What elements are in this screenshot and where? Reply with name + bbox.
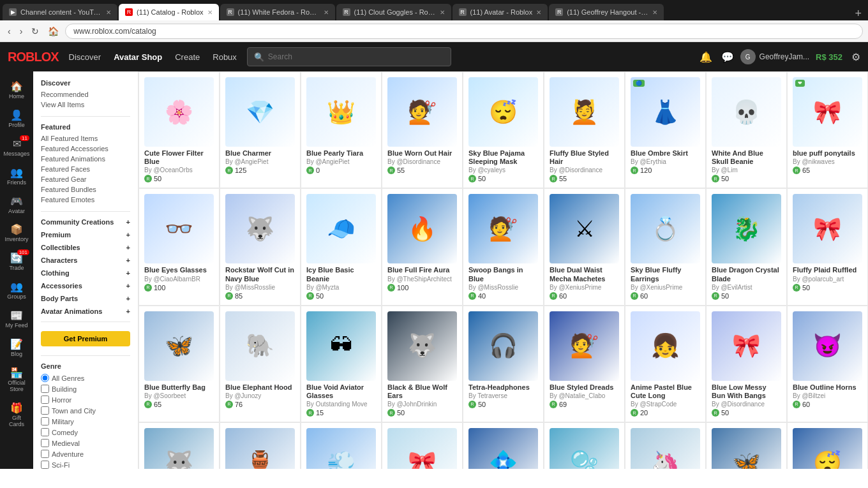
url-bar[interactable]: www.roblox.com/catalog — [65, 24, 863, 39]
catalog-item[interactable]: 💇 Swoop Bangs in Blue By @MissRosslie R … — [463, 188, 544, 305]
catalog-item[interactable]: 🌸 Cute Flower Filter Blue By @OceanOrbs … — [138, 71, 220, 188]
nav-avatar-shop[interactable]: Avatar Shop — [114, 52, 162, 62]
sidebar-item-home[interactable]: 🏠 Home — [3, 77, 31, 104]
catalog-item[interactable]: 🏺 Blue and gold Pharaoh By @MakeTall R 7… — [220, 422, 301, 469]
catalog-item[interactable]: 💇 Blue Worn Out Hair By @Disordinance R … — [382, 71, 463, 188]
browser-tab-1[interactable]: ▶ Channel content - YouTube ✕ — [3, 4, 117, 20]
filter-featured-emotes[interactable]: Featured Emotes — [41, 195, 130, 205]
catalog-item[interactable]: 😈 Blue Outline Horns By @Biltzei R 60 — [787, 306, 868, 422]
catalog-item[interactable]: 🕶 Blue Void Aviator Glasses By Outstandi… — [301, 306, 382, 422]
catalog-item[interactable]: 💀 White And Blue Skull Beanie By @Lim R … — [706, 71, 787, 188]
sidebar-item-inventory[interactable]: 📦 Inventory — [3, 219, 31, 247]
catalog-item[interactable]: 🎧 Tetra-Headphones By Tetraverse R 50 — [463, 306, 544, 422]
catalog-item[interactable]: 🧢 Icy Blue Basic Beanie By @Myzta R 50 — [301, 188, 382, 305]
sidebar-item-avatar[interactable]: 🎮 Avatar — [3, 191, 31, 219]
catalog-item[interactable]: 👧 Anime Pastel Blue Cute Long By @StrapC… — [625, 306, 706, 422]
settings-icon[interactable]: ⚙ — [851, 51, 860, 63]
sidebar-item-myfeed[interactable]: 📰 My Feed — [3, 306, 31, 333]
browser-tab-3[interactable]: R (11) White Fedora - Robl... ✕ — [220, 4, 335, 20]
catalog-item[interactable]: 🐺 Black & Blue Wolf Ears By @JohnDrinkin… — [382, 306, 463, 422]
catalog-item[interactable]: 🐉 Blue Dragon Crystal Blade By @EvilArti… — [706, 188, 787, 305]
back-button[interactable]: ‹ — [5, 25, 13, 38]
filter-characters[interactable]: Characters + — [33, 254, 138, 267]
catalog-item[interactable]: 🎀 Lovely Cute Blue Bow By @Martin_Rbx2 R… — [382, 422, 463, 469]
sidebar-item-blog[interactable]: 📝 Blog — [3, 334, 31, 362]
genre-military[interactable]: Military — [33, 416, 138, 427]
catalog-item[interactable]: 🫧 Blue Slime Head By @TamBrush R 75 — [544, 422, 625, 469]
catalog-item[interactable]: ⚔ Blue Dual Waist Mecha Machetes By @Xen… — [544, 188, 625, 305]
filter-all-featured[interactable]: All Featured Items — [41, 133, 130, 144]
filter-view-all[interactable]: View All Items — [41, 100, 130, 110]
catalog-item[interactable]: 💎 Blue Charmer By @AngiePiet R 125 — [220, 71, 301, 188]
sidebar-item-official-store[interactable]: 🏪 Official Store — [3, 363, 31, 397]
genre-town[interactable]: Town and City — [33, 405, 138, 416]
catalog-item[interactable]: 🦋 Blue Butterfly Bag By @Soorbeet R 65 — [138, 306, 220, 422]
sidebar-item-messages[interactable]: 11 ✉ Messages — [3, 134, 31, 161]
tab-close[interactable]: ✕ — [536, 9, 541, 16]
chat-icon[interactable]: 💬 — [721, 51, 734, 63]
nav-discover[interactable]: Discover — [69, 52, 101, 62]
catalog-item[interactable]: 🐘 Blue Elephant Hood By @Junozy R 76 — [220, 306, 301, 422]
sidebar-item-gift-cards[interactable]: 🎁 Gift Cards — [3, 398, 31, 432]
user-info[interactable]: G GeoffreyJam... — [740, 49, 809, 64]
filter-featured-gear[interactable]: Featured Gear — [41, 174, 130, 184]
sidebar-item-trade[interactable]: 101 🔄 Trade — [3, 248, 31, 276]
catalog-item[interactable]: 🐺 Rockstar Wolf Cut in Navy Blue By @Mis… — [220, 188, 301, 305]
genre-medieval[interactable]: Medieval — [33, 438, 138, 448]
filter-clothing[interactable]: Clothing + — [33, 267, 138, 279]
catalog-item[interactable]: 😴 Sky Blue Pajama Sleeping Mask By @cyal… — [463, 71, 544, 188]
catalog-item[interactable]: 💨 Blue Whoosh Hair By @polarcub_art R 12… — [301, 422, 382, 469]
tab-close[interactable]: ✕ — [106, 9, 111, 16]
filter-premium[interactable]: Premium + — [33, 228, 138, 241]
catalog-item[interactable]: 🐺 Rockstar Wolf Cut in Sky Blue By @Miss… — [138, 422, 220, 469]
catalog-item[interactable]: 💠 Blue Void Neck Collar - Cartoony By Ou… — [463, 422, 544, 469]
search-bar[interactable]: 🔍 — [247, 47, 451, 66]
catalog-item[interactable]: 🔵 👗 Blue Ombre Skirt By @Erythia R 120 — [625, 71, 706, 188]
filter-featured-bundles[interactable]: Featured Bundles — [41, 184, 130, 195]
tab-close[interactable]: ✕ — [207, 9, 213, 16]
filter-body-parts[interactable]: Body Parts + — [33, 292, 138, 305]
catalog-item[interactable]: 👑 Blue Pearly Tiara By @AngiePiet R 0 — [301, 71, 382, 188]
sidebar-item-friends[interactable]: 👥 Friends — [3, 163, 31, 190]
forward-button[interactable]: › — [17, 25, 26, 38]
genre-scifi[interactable]: Sci-Fi — [33, 459, 138, 469]
catalog-item[interactable]: 🦋 Blue Butterfly Ski Mask By @Natalie_Cl… — [706, 422, 787, 469]
genre-adventure[interactable]: Adventure — [33, 448, 138, 459]
new-tab-button[interactable]: + — [851, 7, 865, 20]
catalog-item[interactable]: 👓 Blue Eyes Glasses By @CiaoAlbarnBR R 1… — [138, 188, 220, 305]
catalog-item[interactable]: ❤ 🎀 blue puff ponytails By @nikwaves R 6… — [787, 71, 868, 188]
catalog-item[interactable]: 🔥 Blue Full Fire Aura By @TheShipArchite… — [382, 188, 463, 305]
filter-featured-accessories[interactable]: Featured Accessories — [41, 144, 130, 154]
search-input[interactable] — [268, 52, 444, 61]
notification-icon[interactable]: 🔔 — [700, 51, 712, 63]
genre-building[interactable]: Building — [33, 383, 138, 394]
browser-tab-5[interactable]: R (11) Avatar - Roblox ✕ — [453, 4, 548, 20]
catalog-item[interactable]: 🦄 Magical Ponies in Blue By @MissRosslie… — [625, 422, 706, 469]
tab-close[interactable]: ✕ — [324, 9, 329, 16]
nav-create[interactable]: Create — [175, 52, 200, 62]
home-button[interactable]: 🏠 — [45, 25, 61, 38]
filter-collectibles[interactable]: Collectibles + — [33, 241, 138, 254]
filter-featured-animations[interactable]: Featured Animations — [41, 154, 130, 164]
sidebar-item-profile[interactable]: 👤 Profile — [3, 105, 31, 133]
sidebar-item-groups[interactable]: 👥 Groups — [3, 277, 31, 304]
tab-close[interactable]: ✕ — [440, 9, 445, 16]
genre-horror[interactable]: Horror — [33, 394, 138, 405]
browser-tab-6[interactable]: R (11) Geoffrey Hangout - R... ✕ — [549, 4, 664, 20]
genre-comedy[interactable]: Comedy — [33, 427, 138, 438]
catalog-item[interactable]: 💇 Blue Styled Dreads By @Natalie_Clabo R… — [544, 306, 625, 422]
catalog-item[interactable]: 💍 Sky Blue Fluffy Earrings By @XeniusPri… — [625, 188, 706, 305]
genre-all[interactable]: All Genres — [33, 373, 138, 383]
filter-community[interactable]: Community Creations + — [33, 216, 138, 228]
browser-tab-4[interactable]: R (11) Clout Goggles - Robl... ✕ — [336, 4, 451, 20]
browser-tab-2[interactable]: R (11) Catalog - Roblox ✕ — [119, 4, 219, 20]
filter-recommended[interactable]: Recommended — [41, 89, 130, 100]
catalog-item[interactable]: 💆 Fluffy Blue Styled Hair By @Disordinan… — [544, 71, 625, 188]
catalog-item[interactable]: 🎀 Blue Low Messy Bun With Bangs By @Diso… — [706, 306, 787, 422]
nav-robux[interactable]: Robux — [213, 52, 237, 62]
catalog-item[interactable]: 😴 Blue Messy Bed Hair By @Homemade_Meal … — [787, 422, 868, 469]
get-premium-button[interactable]: Get Premium — [41, 331, 130, 346]
tab-close[interactable]: ✕ — [652, 9, 657, 16]
catalog-item[interactable]: 🎀 Fluffy Plaid Ruffled By @polarcub_art … — [787, 188, 868, 305]
filter-avatar-animations[interactable]: Avatar Animations + — [33, 305, 138, 318]
